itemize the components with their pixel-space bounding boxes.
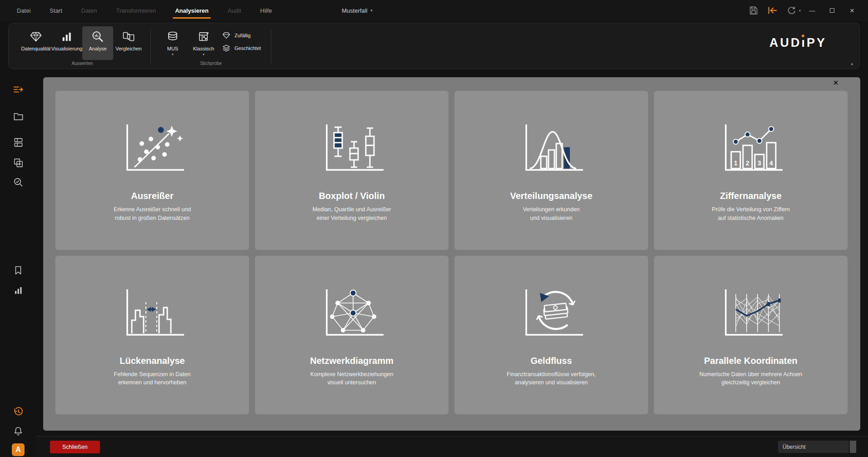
undo-dropdown-caret[interactable]: ▾: [799, 9, 801, 13]
svg-text:2: 2: [746, 159, 749, 167]
money-flow-icon: [513, 279, 590, 347]
ribbon-group-label: Auswerten: [18, 61, 147, 66]
history-icon[interactable]: [0, 406, 36, 417]
card-title: Netzwerkdiagramm: [310, 356, 393, 366]
panel-close-icon[interactable]: ✕: [833, 79, 838, 86]
card-subtitle: Numerische Daten über mehrere Achsen gle…: [699, 370, 803, 387]
case-selector-dropdown[interactable]: Musterfall ▾: [342, 0, 373, 21]
back-arrow-icon[interactable]: [767, 5, 778, 16]
card-lueckenanalyse[interactable]: Lückenanalyse Fehlende Sequenzen in Date…: [55, 256, 249, 415]
distribution-curve-icon: [513, 114, 590, 182]
search-check-icon[interactable]: [0, 176, 36, 188]
ribbon: Datenqualität Visualisierung Analyse: [8, 23, 860, 69]
boxplot-icon: [313, 114, 390, 182]
folder-icon[interactable]: [0, 110, 36, 122]
card-geldfluss[interactable]: Geldfluss Finanztransaktionsflüsse verfo…: [454, 256, 648, 415]
menu-transformieren[interactable]: Transformieren: [107, 0, 166, 21]
card-ausreisser[interactable]: Ausreißer Erkenne Ausreißer schnell und …: [55, 91, 249, 250]
ribbon-button-label: Datenqualität: [21, 46, 51, 51]
ribbon-group-label: Stichprobe: [155, 61, 267, 66]
layers-icon: [222, 44, 230, 52]
logo-text: PY: [807, 36, 827, 50]
card-title: Verteilungsanalyse: [510, 191, 592, 201]
tables-icon[interactable]: [0, 136, 36, 148]
menubar: Datei Start Daten Transformieren Analysi…: [7, 0, 282, 21]
card-subtitle: Fehlende Sequenzen in Daten erkennen und…: [114, 370, 191, 387]
menu-audit[interactable]: Audit: [218, 0, 251, 21]
titlebar-actions: ▾ — ✕: [740, 0, 868, 21]
analysis-panel: ✕ Ausreißer Erkenne Ausreißer schnell un…: [43, 77, 860, 431]
svg-text:4: 4: [769, 159, 773, 167]
card-verteilungsanalyse[interactable]: Verteilungsanalyse Verteilungen erkunden…: [454, 91, 648, 250]
audipy-logo: AUDıPY: [769, 36, 827, 50]
gap-analysis-icon: [114, 279, 191, 347]
classic-sample-icon: [197, 30, 210, 44]
card-netzwerkdiagramm[interactable]: Netzwerkdiagramm Komplexe Netzwerkbezieh…: [255, 256, 449, 415]
scrollbar-grip[interactable]: [850, 441, 856, 453]
ribbon-button-zufaellig[interactable]: Zufällig: [222, 31, 261, 40]
menu-daten[interactable]: Daten: [72, 0, 107, 21]
ribbon-button-vergleichen[interactable]: Vergleichen: [113, 26, 144, 60]
ribbon-button-mus[interactable]: MUS ▾: [157, 26, 188, 60]
ribbon-group-auswerten: Datenqualität Visualisierung Analyse: [18, 26, 147, 69]
ribbon-button-visualisierung[interactable]: Visualisierung: [51, 26, 82, 60]
view-status-label: Übersicht: [783, 444, 806, 450]
ribbon-button-label: Zufällig: [234, 33, 250, 38]
ribbon-separator: [271, 29, 271, 64]
ribbon-collapse-icon[interactable]: ▲: [850, 61, 854, 66]
chart-icon[interactable]: [0, 284, 36, 296]
sidebar-expand-icon[interactable]: [0, 84, 36, 95]
view-status-dropdown[interactable]: Übersicht: [778, 441, 849, 453]
chevron-down-icon: ▾: [370, 8, 373, 13]
card-title: Ausreißer: [131, 191, 173, 201]
menu-datei[interactable]: Datei: [7, 0, 40, 21]
card-title: Boxplot / Violin: [319, 191, 384, 201]
dropdown-caret-icon: ▾: [203, 54, 205, 55]
ribbon-button-klassisch[interactable]: Klassisch ▾: [188, 26, 219, 60]
undo-icon[interactable]: [786, 5, 798, 16]
bottombar: Schließen Übersicht: [36, 436, 868, 457]
ribbon-group-stichprobe: MUS ▾ Klassisch ▾: [155, 26, 267, 69]
menu-hilfe[interactable]: Hilfe: [251, 0, 282, 21]
ribbon-button-label: Klassisch: [193, 46, 214, 51]
digit-bars-icon: 1 2 3 4: [712, 114, 789, 182]
duplicate-table-icon[interactable]: [0, 157, 36, 169]
bookmark-icon[interactable]: [0, 264, 36, 276]
maximize-button[interactable]: [823, 0, 841, 21]
coins-icon: [166, 30, 180, 44]
titlebar: Datei Start Daten Transformieren Analysi…: [0, 0, 868, 21]
menu-start[interactable]: Start: [40, 0, 71, 21]
ribbon-button-geschichtet[interactable]: Geschichtet: [222, 44, 261, 52]
card-ziffernanalyse[interactable]: 1 2 3 4 Ziffernanalyse Prüfe die Verteil…: [654, 91, 848, 250]
dropdown-caret-icon: ▾: [172, 54, 174, 55]
ribbon-button-label: Analyse: [89, 46, 106, 51]
save-icon[interactable]: [748, 5, 759, 16]
card-title: Parallele Koordinaten: [704, 356, 798, 366]
minimize-button[interactable]: —: [803, 0, 821, 21]
app-logo-badge[interactable]: A: [12, 443, 25, 456]
card-subtitle: Verteilungen erkunden und visualisieren: [523, 205, 579, 223]
ribbon-small-button-stack: Zufällig Geschichtet: [219, 26, 264, 60]
diamond-icon: [29, 30, 43, 44]
bell-icon[interactable]: [0, 425, 36, 437]
logo-text: AUD: [769, 36, 802, 50]
ribbon-button-analyse[interactable]: Analyse: [82, 26, 113, 60]
close-window-button[interactable]: ✕: [843, 0, 861, 21]
outlier-scatter-icon: [114, 114, 191, 182]
network-graph-icon: [313, 279, 390, 347]
ribbon-button-datenqualitaet[interactable]: Datenqualität: [20, 26, 51, 60]
menu-analysieren[interactable]: Analysieren: [165, 0, 218, 21]
gem-small-icon: [222, 31, 230, 40]
ribbon-button-label: Visualisierung: [51, 46, 82, 51]
ribbon-separator: [150, 29, 151, 64]
cards-grid: Ausreißer Erkenne Ausreißer schnell und …: [55, 91, 848, 414]
card-parallele-koordinaten[interactable]: Parallele Koordinaten Numerische Daten ü…: [654, 256, 848, 415]
schliessen-button[interactable]: Schließen: [50, 441, 100, 453]
compare-documents-icon: [122, 30, 135, 44]
card-subtitle: Komplexe Netzwerkbeziehungen visuell unt…: [310, 370, 394, 387]
magnifier-chart-icon: [91, 30, 105, 44]
svg-text:1: 1: [734, 159, 738, 167]
ribbon-button-label: Vergleichen: [115, 46, 142, 51]
ribbon-button-label: MUS: [167, 46, 178, 51]
card-boxplot-violin[interactable]: Boxplot / Violin Median, Quartile und Au…: [255, 91, 449, 250]
